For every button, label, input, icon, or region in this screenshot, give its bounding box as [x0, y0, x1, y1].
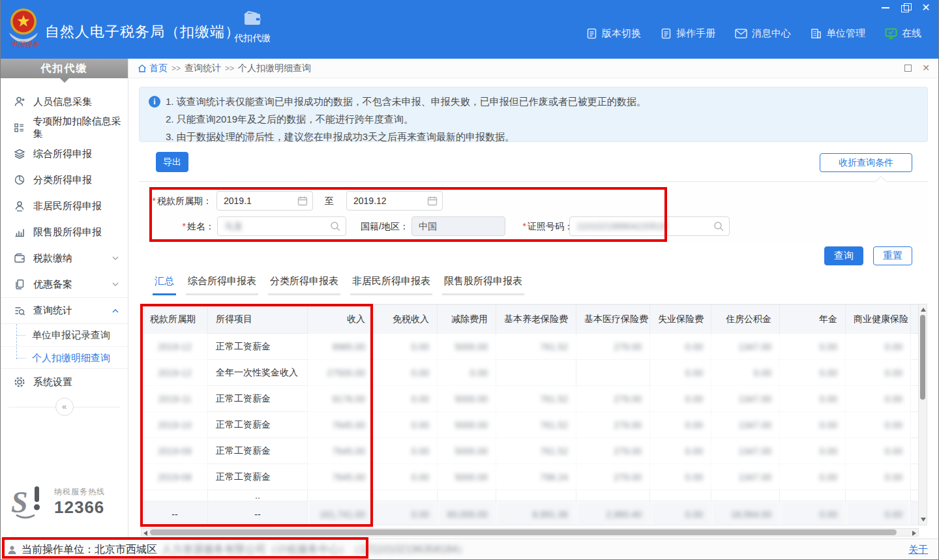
close-button[interactable]: ✕	[921, 3, 931, 12]
cell-amount: 9178.00	[308, 386, 374, 412]
column-header: 失业保险费	[650, 305, 711, 334]
menu-unit-management[interactable]: 单位管理	[811, 27, 865, 40]
sidebar-item-personnel-info[interactable]: 人员信息采集	[1, 89, 128, 115]
menu-online-status[interactable]: 在线	[885, 27, 921, 40]
cell-amount: 1347.00	[711, 464, 780, 490]
table-row[interactable]: 2019-12正常工资薪金9985.000.005000.00761.52279…	[142, 334, 919, 360]
id-number-value-blurred: 110102199904220519	[576, 221, 667, 231]
cell-income-item: 正常工资薪金	[208, 386, 308, 412]
tab-restricted-stock[interactable]: 限售股所得申报表	[442, 275, 524, 295]
breadcrumb-bar: 首页 >> 查询统计 >> 个人扣缴明细查询 ✕	[128, 59, 938, 78]
menu-version-switch[interactable]: 版本切换	[586, 27, 641, 40]
cell-amount: 1347.00	[711, 334, 780, 360]
menu-message-center[interactable]: 消息中心	[735, 27, 791, 40]
table-row[interactable]: 2019-09正常工资薪金7645.000.005000.00761.52279…	[142, 438, 919, 464]
tab-classified[interactable]: 分类所得申报表	[268, 275, 340, 295]
cell-amount: 0.00	[374, 334, 438, 360]
cell-amount: 0.00	[438, 360, 496, 386]
chevron-up-icon	[112, 309, 119, 313]
cell-amount: 279.00	[576, 412, 650, 438]
column-header: 减除费用	[438, 305, 496, 334]
status-bar: 当前操作单位：北京市西城区人力资源服务有限公司（计税服务中心）（12110102…	[1, 538, 938, 559]
layers-icon	[14, 148, 25, 160]
calendar-icon[interactable]	[297, 196, 308, 206]
panel-notch	[876, 176, 887, 187]
cell-amount: 5000.00	[438, 464, 496, 490]
vertical-scroll-thumb[interactable]	[920, 315, 925, 400]
minimize-button[interactable]	[881, 3, 890, 12]
cell-tax-period: 2019-12	[142, 360, 208, 386]
calendar-icon[interactable]	[427, 196, 438, 206]
mail-icon	[735, 29, 747, 38]
fold-query-button[interactable]: 收折查询条件	[820, 153, 912, 172]
tab-nonresident[interactable]: 非居民所得申报表	[350, 275, 432, 295]
sidebar-item-comprehensive-income[interactable]: 综合所得申报	[1, 141, 128, 167]
cell-partial	[496, 490, 576, 501]
scroll-right-arrow[interactable]	[912, 531, 916, 536]
sidebar-subitem-unit-declaration-query[interactable]: 单位申报记录查询	[1, 324, 128, 346]
cell-amount: 7645.00	[308, 464, 374, 490]
about-link[interactable]: 关于	[908, 544, 928, 556]
sidebar-item-tax-payment[interactable]: 税款缴纳	[1, 245, 128, 271]
table-row[interactable]: 2019-08正常工资薪金7645.000.005000.00798.24279…	[142, 464, 919, 490]
search-icon[interactable]	[713, 221, 724, 232]
export-button[interactable]: 导出	[156, 152, 188, 172]
app-title: 自然人电子税务局（扣缴端）	[45, 22, 240, 42]
cell-income-item: 正常工资薪金	[208, 464, 308, 490]
breadcrumb-item-query-statistics: 查询统计	[185, 63, 221, 74]
reset-button[interactable]: 重置	[873, 246, 912, 265]
name-input[interactable]: 马某	[217, 216, 346, 236]
restore-button[interactable]	[901, 3, 910, 12]
sidebar-item-preferential-filing[interactable]: 优惠备案	[1, 271, 128, 297]
nationality-field: 中国	[411, 216, 505, 236]
tab-daikou-daijiao[interactable]: 代扣代缴	[228, 9, 277, 51]
menu-manual[interactable]: 操作手册	[661, 27, 715, 40]
column-header: 基本医疗保险费	[576, 305, 650, 334]
table-row[interactable]: 2019-10正常工资薪金7645.000.005000.00761.52279…	[142, 412, 919, 438]
nationality-label: 国籍/地区：	[354, 216, 409, 236]
scroll-down-arrow[interactable]	[921, 518, 926, 522]
table-row[interactable]: 2019-12全年一次性奖金收入27500.000.000.000.000.00…	[142, 360, 919, 386]
sidebar-item-restricted-stock[interactable]: 限售股所得申报	[1, 219, 128, 245]
search-icon[interactable]	[330, 221, 341, 232]
cell-amount: 0.00	[780, 412, 846, 438]
tax-period-from-input[interactable]: 2019.1	[216, 191, 313, 211]
sidebar-item-query-statistics[interactable]: 查询统计	[1, 297, 128, 323]
sidebar-item-system-settings[interactable]: 系统设置	[1, 369, 128, 395]
breadcrumb-separator: >>	[171, 64, 181, 73]
cell-amount: 0.00	[374, 438, 438, 464]
tab-comprehensive[interactable]: 综合所得申报表	[186, 275, 258, 295]
id-number-input[interactable]: 110102199904220519	[569, 216, 730, 236]
cell-partial	[438, 490, 496, 501]
tab-summary[interactable]: 汇总	[153, 275, 176, 295]
cell-amount: 0.00	[374, 464, 438, 490]
cell-amount: 0.00	[780, 386, 846, 412]
panel-close-button[interactable]: ✕	[921, 63, 931, 72]
panel-maximize-button[interactable]	[903, 63, 912, 72]
vertical-scrollbar[interactable]	[918, 304, 927, 525]
sidebar-collapse-button[interactable]: «	[55, 398, 74, 416]
tax-period-to-input[interactable]: 2019.12	[346, 191, 443, 211]
sidebar-item-special-deduction[interactable]: 专项附加扣除信息采集	[1, 115, 128, 141]
sidebar-item-classified-income[interactable]: 分类所得申报	[1, 167, 128, 193]
cell-partial: ..	[208, 490, 308, 501]
sidebar-item-nonresident-income[interactable]: 非居民所得申报	[1, 193, 128, 219]
query-button[interactable]: 查询	[824, 246, 863, 265]
horizontal-scroll-thumb[interactable]	[150, 529, 897, 535]
cell-summary-amount: 0.00	[650, 501, 711, 526]
cell-income-item: 正常工资薪金	[208, 412, 308, 438]
scroll-up-arrow[interactable]	[921, 308, 926, 312]
scroll-left-arrow[interactable]	[143, 531, 147, 536]
monitor-check-icon	[885, 28, 897, 39]
horizontal-scrollbar[interactable]	[141, 528, 919, 537]
cell-amount: 0.00	[780, 464, 846, 490]
cell-amount: 0.00	[846, 360, 911, 386]
sidebar-subitem-personal-withholding-query[interactable]: 个人扣缴明细查询	[1, 346, 128, 368]
cell-amount: 0.00	[780, 360, 846, 386]
table-row[interactable]: 2019-11正常工资薪金9178.000.005000.00761.52279…	[142, 386, 919, 412]
hotline: S 纳税服务热线 12366	[11, 484, 105, 520]
cell-amount: 761.52	[496, 438, 576, 464]
cell-summary-period: --	[142, 501, 208, 526]
cell-amount: 7645.00	[308, 412, 374, 438]
breadcrumb-home[interactable]: 首页	[138, 63, 168, 74]
